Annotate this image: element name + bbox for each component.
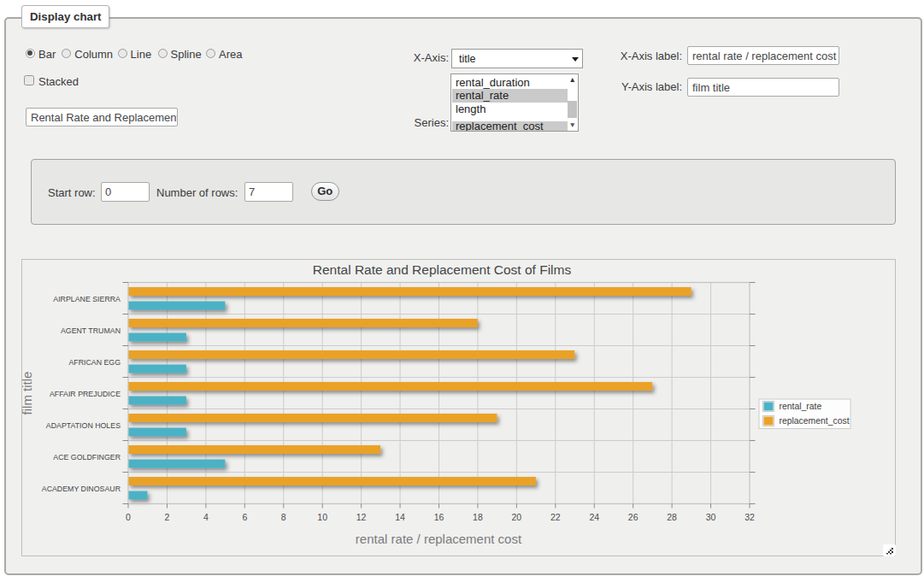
svg-text:rental_rate: rental_rate bbox=[780, 402, 822, 411]
svg-text:22: 22 bbox=[550, 512, 561, 522]
svg-text:20: 20 bbox=[512, 512, 522, 522]
svg-text:32: 32 bbox=[744, 512, 755, 522]
svg-text:AFRICAN EGG: AFRICAN EGG bbox=[68, 358, 121, 367]
svg-text:ACADEMY DINOSAUR: ACADEMY DINOSAUR bbox=[42, 485, 121, 493]
svg-text:film title: film title bbox=[21, 372, 34, 415]
svg-text:6: 6 bbox=[242, 512, 247, 522]
svg-text:Rental Rate and Replacement Co: Rental Rate and Replacement Cost of Film… bbox=[313, 262, 572, 277]
svg-text:AIRPLANE SIERRA: AIRPLANE SIERRA bbox=[53, 295, 121, 303]
svg-text:8: 8 bbox=[281, 512, 286, 522]
svg-text:rental rate / replacement cost: rental rate / replacement cost bbox=[356, 532, 522, 546]
svg-text:12: 12 bbox=[356, 512, 367, 522]
svg-text:26: 26 bbox=[628, 512, 639, 522]
svg-text:replacement_cost: replacement_cost bbox=[780, 416, 850, 426]
svg-text:4: 4 bbox=[203, 512, 209, 522]
svg-text:ADAPTATION HOLES: ADAPTATION HOLES bbox=[46, 421, 121, 430]
svg-text:30: 30 bbox=[706, 512, 716, 522]
svg-text:AFFAIR PREJUDICE: AFFAIR PREJUDICE bbox=[50, 390, 121, 398]
svg-text:10: 10 bbox=[317, 512, 327, 522]
svg-text:14: 14 bbox=[395, 512, 405, 522]
svg-text:24: 24 bbox=[589, 512, 599, 522]
svg-text:2: 2 bbox=[165, 512, 170, 522]
svg-text:18: 18 bbox=[473, 512, 483, 522]
svg-text:ACE GOLDFINGER: ACE GOLDFINGER bbox=[53, 453, 121, 461]
svg-text:AGENT TRUMAN: AGENT TRUMAN bbox=[61, 326, 121, 335]
svg-text:28: 28 bbox=[667, 512, 677, 522]
svg-text:0: 0 bbox=[126, 512, 131, 522]
svg-text:16: 16 bbox=[434, 512, 444, 522]
